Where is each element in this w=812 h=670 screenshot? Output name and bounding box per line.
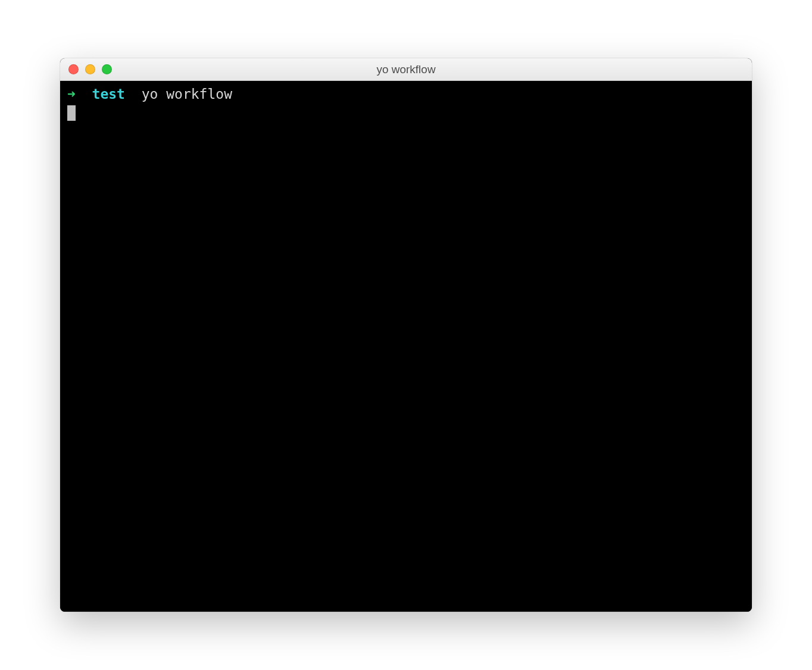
terminal-body[interactable]: ➜ test yo workflow bbox=[60, 81, 752, 612]
terminal-cursor bbox=[67, 105, 76, 121]
command-text: yo workflow bbox=[142, 86, 232, 104]
prompt-context: test bbox=[92, 86, 125, 104]
zoom-button[interactable] bbox=[102, 64, 112, 74]
terminal-window: yo workflow ➜ test yo workflow bbox=[60, 58, 752, 612]
prompt-arrow-icon: ➜ bbox=[67, 86, 76, 104]
minimize-button[interactable] bbox=[85, 64, 95, 74]
traffic-lights bbox=[60, 64, 112, 74]
close-button[interactable] bbox=[68, 64, 79, 74]
window-titlebar[interactable]: yo workflow bbox=[60, 58, 752, 81]
prompt-line: ➜ test yo workflow bbox=[67, 86, 745, 104]
window-title: yo workflow bbox=[60, 63, 752, 76]
cursor-line bbox=[67, 105, 745, 123]
